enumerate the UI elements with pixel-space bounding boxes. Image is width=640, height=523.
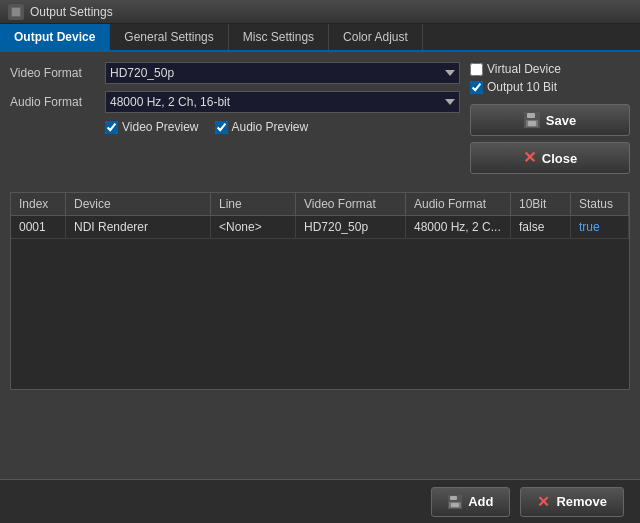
table-header: Index Device Line Video Format Audio For… (11, 193, 629, 216)
output-10bit-checkbox-label[interactable]: Output 10 Bit (470, 80, 630, 94)
svg-rect-7 (450, 496, 457, 500)
col-header-device: Device (66, 193, 211, 215)
add-button[interactable]: Add (431, 487, 510, 517)
cell-status: true (571, 216, 629, 238)
audio-format-row: Audio Format 48000 Hz, 2 Ch, 16-bit (10, 91, 460, 113)
audio-format-select[interactable]: 48000 Hz, 2 Ch, 16-bit (105, 91, 460, 113)
cell-video-format: HD720_50p (296, 216, 406, 238)
tab-bar: Output Device General Settings Misc Sett… (0, 24, 640, 52)
save-label: Save (546, 113, 576, 128)
svg-rect-5 (528, 121, 536, 126)
svg-rect-3 (527, 113, 535, 118)
close-button[interactable]: ✕ Close (470, 142, 630, 174)
left-panel: Video Format HD720_50p Audio Format 4800… (10, 62, 460, 174)
virtual-device-checkbox[interactable] (470, 63, 483, 76)
preview-checkboxes: Video Preview Audio Preview (105, 120, 460, 134)
close-icon: ✕ (523, 150, 536, 166)
svg-rect-9 (451, 503, 459, 507)
window-icon (8, 4, 24, 20)
virtual-device-label: Virtual Device (487, 62, 561, 76)
cell-device: NDI Renderer (66, 216, 211, 238)
audio-preview-checkbox[interactable] (215, 121, 228, 134)
title-bar: Output Settings (0, 0, 640, 24)
video-format-label: Video Format (10, 66, 105, 80)
col-header-video-format: Video Format (296, 193, 406, 215)
col-header-10bit: 10Bit (511, 193, 571, 215)
video-format-select[interactable]: HD720_50p (105, 62, 460, 84)
video-preview-checkbox[interactable] (105, 121, 118, 134)
device-checkboxes: Virtual Device Output 10 Bit (470, 62, 630, 94)
audio-format-label: Audio Format (10, 95, 105, 109)
cell-10bit: false (511, 216, 571, 238)
window-title: Output Settings (30, 5, 113, 19)
main-area: Video Format HD720_50p Audio Format 4800… (0, 52, 640, 184)
add-icon (448, 495, 462, 509)
save-button[interactable]: Save (470, 104, 630, 136)
device-table: Index Device Line Video Format Audio For… (10, 192, 630, 390)
remove-button[interactable]: ✕ Remove (520, 487, 624, 517)
table-row[interactable]: 0001 NDI Renderer <None> HD720_50p 48000… (11, 216, 629, 239)
cell-index: 0001 (11, 216, 66, 238)
tab-general-settings[interactable]: General Settings (110, 24, 228, 50)
remove-icon: ✕ (537, 494, 550, 509)
cell-line: <None> (211, 216, 296, 238)
bottom-bar: Add ✕ Remove (0, 479, 640, 523)
tab-output-device[interactable]: Output Device (0, 24, 110, 50)
output-10bit-checkbox[interactable] (470, 81, 483, 94)
table-empty-area (11, 239, 629, 389)
save-icon (524, 112, 540, 128)
right-panel: Virtual Device Output 10 Bit Save ✕ Clos… (470, 62, 630, 174)
add-label: Add (468, 494, 493, 509)
video-preview-label: Video Preview (122, 120, 199, 134)
cell-audio-format: 48000 Hz, 2 C... (406, 216, 511, 238)
audio-preview-checkbox-label[interactable]: Audio Preview (215, 120, 309, 134)
col-header-audio-format: Audio Format (406, 193, 511, 215)
close-label: Close (542, 151, 577, 166)
virtual-device-checkbox-label[interactable]: Virtual Device (470, 62, 630, 76)
col-header-line: Line (211, 193, 296, 215)
tab-misc-settings[interactable]: Misc Settings (229, 24, 329, 50)
col-header-status: Status (571, 193, 629, 215)
svg-rect-1 (12, 8, 20, 16)
output-10bit-label: Output 10 Bit (487, 80, 557, 94)
video-preview-checkbox-label[interactable]: Video Preview (105, 120, 199, 134)
col-header-index: Index (11, 193, 66, 215)
remove-label: Remove (556, 494, 607, 509)
tab-color-adjust[interactable]: Color Adjust (329, 24, 423, 50)
audio-preview-label: Audio Preview (232, 120, 309, 134)
video-format-row: Video Format HD720_50p (10, 62, 460, 84)
